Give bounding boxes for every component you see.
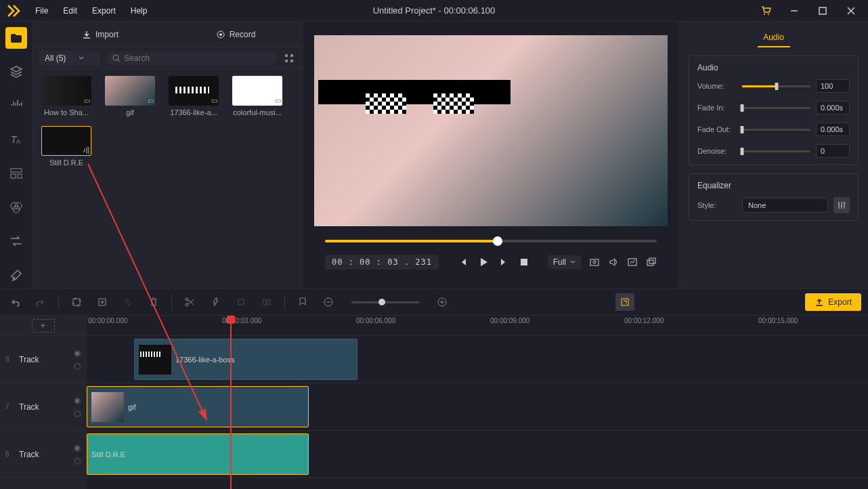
menu-export[interactable]: Export: [85, 3, 123, 18]
properties-panel: Audio Audio Volume: 100 Fade In: 0.000s …: [678, 22, 868, 289]
timeline-zoom-slider[interactable]: [351, 301, 419, 303]
fadein-slider[interactable]: [742, 107, 810, 109]
track-header[interactable]: 6 Track ◉⬡: [0, 431, 86, 478]
media-item[interactable]: ▭ colorful-musi...: [230, 76, 284, 116]
chevron-down-icon: [78, 55, 85, 62]
lock-icon[interactable]: ⬡: [74, 362, 81, 371]
track-row[interactable]: 17366-like-a-boss: [87, 336, 868, 383]
seek-bar[interactable]: [325, 240, 657, 242]
speed-button[interactable]: [207, 294, 223, 310]
visibility-icon[interactable]: ◉: [74, 396, 81, 405]
denoise-label: Denoise:: [697, 147, 737, 155]
clip[interactable]: gif: [87, 386, 309, 427]
clip[interactable]: Still D.R.E: [87, 433, 309, 475]
volume-value[interactable]: 100: [816, 79, 850, 93]
aspect-button[interactable]: [627, 257, 638, 268]
audio-tab[interactable]: Audio: [689, 28, 859, 47]
grid-view-icon[interactable]: [282, 51, 297, 66]
denoise-slider[interactable]: [742, 150, 810, 152]
transitions-tool[interactable]: [5, 230, 27, 252]
minimize-button[interactable]: [783, 1, 806, 20]
marker-button[interactable]: [295, 294, 311, 310]
visibility-icon[interactable]: ◉: [74, 443, 81, 452]
text-tool[interactable]: TA: [5, 129, 27, 150]
media-tool[interactable]: [5, 27, 27, 49]
cart-icon[interactable]: [754, 1, 777, 20]
effects-tool[interactable]: [5, 196, 27, 218]
lock-icon[interactable]: ⬡: [74, 409, 81, 419]
volume-button[interactable]: [608, 257, 619, 268]
titlebar: File Edit Export Help Untitled Project* …: [0, 0, 868, 22]
templates-tool[interactable]: [5, 163, 27, 184]
media-item[interactable]: ▭ 17366-like-a...: [167, 76, 221, 116]
search-input[interactable]: [124, 54, 269, 63]
menu-help[interactable]: Help: [124, 3, 154, 18]
search-box[interactable]: [106, 51, 276, 65]
audio-badge-icon: ♪||: [83, 146, 89, 154]
app-logo: [5, 3, 22, 19]
maximize-button[interactable]: [811, 1, 834, 20]
media-item[interactable]: ♪|| Still D.R.E: [39, 126, 93, 167]
svg-rect-17: [290, 54, 293, 57]
flag-button[interactable]: [615, 293, 634, 311]
prev-frame-button[interactable]: [457, 256, 468, 268]
window-title: Untitled Project* - 00:00:06.100: [373, 5, 496, 16]
rotate-button[interactable]: [233, 294, 249, 310]
search-icon: [112, 54, 120, 62]
media-item[interactable]: ▭ gif: [103, 76, 157, 116]
export-button[interactable]: Export: [805, 293, 861, 311]
preview-zoom-select[interactable]: Full: [548, 255, 581, 269]
media-filter-dropdown[interactable]: All (5): [39, 51, 100, 66]
svg-rect-31: [263, 299, 266, 305]
overlay-sunglasses: [318, 80, 511, 104]
track-header[interactable]: 7 Track ◉⬡: [0, 383, 86, 431]
media-item[interactable]: ▭ How to Sha...: [39, 76, 93, 116]
track-row[interactable]: Still D.R.E: [87, 431, 868, 478]
crop-button[interactable]: [68, 294, 85, 310]
fadeout-slider[interactable]: [742, 129, 810, 131]
playhead[interactable]: [230, 316, 232, 489]
fadein-value[interactable]: 0.000s: [816, 101, 850, 114]
audio-tool[interactable]: [5, 95, 27, 116]
preview-video[interactable]: [314, 35, 668, 226]
volume-slider[interactable]: [742, 85, 810, 87]
play-button[interactable]: [477, 256, 490, 268]
snapshot-button[interactable]: [589, 257, 600, 268]
record-tab[interactable]: Record: [168, 22, 303, 47]
timeline-ruler[interactable]: 00:00:00.000 00:00:03.000 00:00:06.000 0…: [87, 316, 868, 336]
menu-file[interactable]: File: [28, 3, 55, 18]
import-tab[interactable]: Import: [32, 22, 168, 47]
svg-rect-35: [622, 299, 628, 305]
track-row[interactable]: gif: [87, 383, 868, 431]
stop-button[interactable]: [519, 256, 529, 268]
clip[interactable]: 17366-like-a-boss: [134, 339, 357, 380]
svg-rect-32: [267, 299, 270, 305]
layers-tool[interactable]: [5, 61, 27, 83]
elements-tool[interactable]: [5, 264, 27, 286]
redo-button[interactable]: [32, 294, 49, 310]
add-track-button[interactable]: +: [32, 319, 55, 333]
style-select[interactable]: None: [742, 198, 828, 213]
seek-handle[interactable]: [493, 236, 502, 246]
denoise-value[interactable]: 0: [816, 144, 850, 158]
undo-button[interactable]: [7, 294, 23, 310]
close-button[interactable]: [840, 1, 863, 20]
fadein-label: Fade In:: [697, 104, 737, 112]
lock-icon[interactable]: ⬡: [74, 456, 81, 466]
fadeout-value[interactable]: 0.000s: [816, 123, 850, 136]
split-button[interactable]: [181, 294, 198, 310]
delete-button[interactable]: [146, 294, 162, 310]
link-button[interactable]: [120, 294, 136, 310]
equalizer-settings-button[interactable]: [833, 197, 850, 213]
zoom-in-button[interactable]: [434, 294, 450, 310]
add-marker-button[interactable]: [94, 294, 110, 310]
zoom-out-button[interactable]: [320, 294, 337, 310]
next-frame-button[interactable]: [499, 256, 510, 268]
svg-point-28: [186, 298, 188, 301]
svg-point-22: [593, 261, 596, 263]
flip-button[interactable]: [259, 294, 275, 310]
menu-edit[interactable]: Edit: [56, 3, 84, 18]
detach-button[interactable]: [646, 257, 657, 268]
visibility-icon[interactable]: ◉: [74, 348, 81, 358]
track-header[interactable]: 8 Track ◉⬡: [0, 336, 86, 383]
